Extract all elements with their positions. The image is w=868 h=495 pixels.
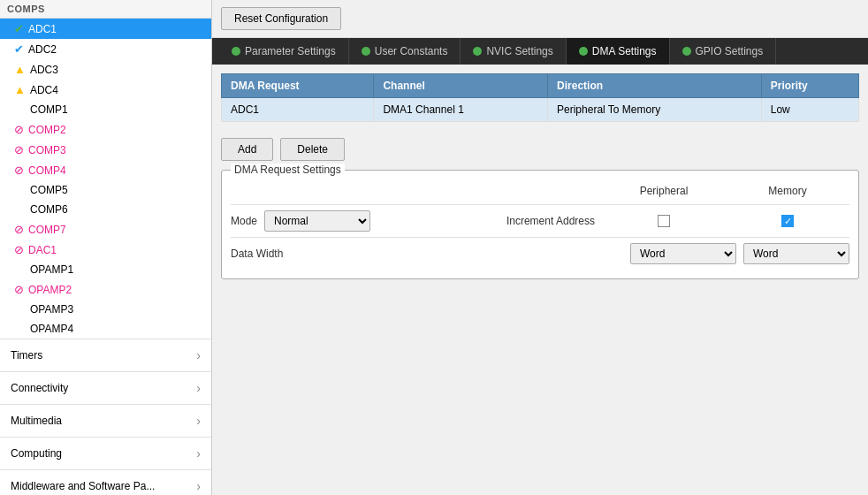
col-header-dma-request: DMA Request bbox=[222, 74, 374, 98]
sidebar-item-label: ADC1 bbox=[28, 23, 57, 35]
sidebar-item-OPAMP2[interactable]: ⊘ OPAMP2 bbox=[0, 279, 211, 300]
sidebar-item-label: COMP2 bbox=[28, 124, 66, 136]
sidebar-item-COMP3[interactable]: ⊘ COMP3 bbox=[0, 140, 211, 160]
sidebar-item-COMP2[interactable]: ⊘ COMP2 bbox=[0, 119, 211, 140]
increment-address-label: Increment Address bbox=[506, 215, 595, 227]
sidebar-item-DAC1[interactable]: ⊘ DAC1 bbox=[0, 240, 211, 260]
tab-bar: Parameter Settings User Constants NVIC S… bbox=[212, 38, 868, 65]
dma-settings-box: DMA Request Settings Peripheral Memory M… bbox=[221, 170, 859, 279]
delete-button[interactable]: Delete bbox=[280, 138, 345, 161]
mode-label: Mode bbox=[231, 215, 257, 227]
tab-icon-dma bbox=[579, 47, 588, 56]
chevron-right-icon: › bbox=[196, 381, 201, 395]
data-width-label: Data Width bbox=[231, 248, 283, 260]
sidebar-item-COMP5[interactable]: COMP5 bbox=[0, 180, 211, 200]
sidebar-item-label: COMP7 bbox=[28, 224, 66, 236]
col-header-priority: Priority bbox=[761, 74, 858, 98]
sidebar-item-COMP6[interactable]: COMP6 bbox=[0, 200, 211, 219]
sidebar-item-ADC4[interactable]: ▲ ADC4 bbox=[0, 80, 211, 100]
connectivity-label: Connectivity bbox=[11, 382, 68, 394]
sidebar-item-label: ADC3 bbox=[30, 64, 58, 76]
tab-gpio-settings[interactable]: GPIO Settings bbox=[670, 38, 777, 65]
peripheral-increment-checkbox[interactable] bbox=[658, 215, 670, 227]
memory-data-width-select[interactable]: Byte Half Word Word bbox=[743, 243, 849, 264]
data-width-row: Data Width Byte Half Word Word Byte Half… bbox=[231, 237, 849, 270]
col-header-direction: Direction bbox=[548, 74, 762, 98]
ban-icon-dac1: ⊘ bbox=[14, 243, 24, 256]
dma-settings-legend: DMA Request Settings bbox=[231, 164, 345, 176]
check-blue-icon: ✔ bbox=[14, 42, 24, 56]
warn-icon-adc3: ▲ bbox=[14, 63, 26, 76]
tab-icon-nvic bbox=[473, 47, 482, 56]
tab-label-dma: DMA Settings bbox=[592, 45, 657, 57]
sidebar-item-COMP1[interactable]: COMP1 bbox=[0, 100, 211, 119]
sidebar-item-label: COMP4 bbox=[28, 164, 66, 177]
bottom-panel: Add Delete DMA Request Settings Peripher… bbox=[212, 131, 868, 495]
sidebar-item-ADC1[interactable]: ✔ ADC1 bbox=[0, 19, 211, 39]
memory-increment-checkbox[interactable]: ✓ bbox=[781, 215, 794, 227]
add-button[interactable]: Add bbox=[221, 138, 273, 161]
chevron-right-icon: › bbox=[196, 446, 201, 461]
sidebar-item-multimedia[interactable]: Multimedia › bbox=[0, 404, 211, 437]
col-header-channel: Channel bbox=[374, 74, 548, 98]
dma-request-table: DMA Request Channel Direction Priority A… bbox=[221, 73, 859, 122]
cell-channel: DMA1 Channel 1 bbox=[374, 98, 548, 122]
tab-nvic-settings[interactable]: NVIC Settings bbox=[461, 38, 566, 65]
ban-icon-comp3: ⊘ bbox=[14, 143, 24, 156]
timers-label: Timers bbox=[11, 349, 42, 362]
reset-configuration-button[interactable]: Reset Configuration bbox=[221, 7, 341, 30]
mode-select[interactable]: Normal Circular bbox=[264, 210, 370, 232]
multimedia-label: Multimedia bbox=[11, 415, 62, 427]
sidebar-item-timers[interactable]: Timers › bbox=[0, 339, 211, 371]
sidebar-item-label: ADC2 bbox=[28, 43, 57, 56]
sidebar-item-OPAMP3[interactable]: OPAMP3 bbox=[0, 300, 211, 319]
sidebar-item-connectivity[interactable]: Connectivity › bbox=[0, 371, 211, 404]
tab-dma-settings[interactable]: DMA Settings bbox=[567, 38, 670, 65]
sidebar-item-label: OPAMP1 bbox=[14, 263, 73, 276]
tab-label-parameter: Parameter Settings bbox=[245, 45, 336, 57]
ban-icon-comp7: ⊘ bbox=[14, 223, 24, 236]
sidebar-item-label: COMP1 bbox=[14, 103, 68, 116]
sidebar-item-label: OPAMP2 bbox=[28, 284, 72, 296]
tab-label-user-constants: User Constants bbox=[375, 45, 448, 57]
sidebar-item-label: ADC4 bbox=[30, 84, 58, 96]
sidebar-item-OPAMP1[interactable]: OPAMP1 bbox=[0, 260, 211, 279]
sidebar-item-COMP4[interactable]: ⊘ COMP4 bbox=[0, 160, 211, 180]
sidebar-item-OPAMP4[interactable]: OPAMP4 bbox=[0, 319, 211, 339]
tab-icon-gpio bbox=[682, 47, 691, 56]
computing-label: Computing bbox=[11, 447, 62, 460]
sidebar-item-ADC2[interactable]: ✔ ADC2 bbox=[0, 39, 211, 59]
ban-icon-opamp2: ⊘ bbox=[14, 283, 24, 296]
comps-section-header: COMPS bbox=[0, 0, 211, 19]
sidebar-item-label: DAC1 bbox=[28, 244, 57, 256]
sidebar-item-COMP7[interactable]: ⊘ COMP7 bbox=[0, 219, 211, 240]
chevron-right-icon: › bbox=[196, 348, 201, 362]
toolbar: Reset Configuration bbox=[212, 0, 868, 38]
peripheral-data-width-select[interactable]: Byte Half Word Word bbox=[630, 243, 736, 264]
tab-parameter-settings[interactable]: Parameter Settings bbox=[219, 38, 349, 65]
memory-column-header: Memory bbox=[726, 185, 849, 197]
chevron-right-icon: › bbox=[196, 414, 201, 428]
tab-label-nvic: NVIC Settings bbox=[486, 45, 552, 57]
warn-icon-adc4: ▲ bbox=[14, 83, 26, 96]
tab-icon-user-constants bbox=[362, 47, 370, 56]
ban-icon-comp2: ⊘ bbox=[14, 123, 24, 136]
tab-icon-parameter bbox=[232, 47, 240, 56]
cell-dma-request: ADC1 bbox=[222, 98, 374, 122]
sidebar-item-middleware[interactable]: Middleware and Software Pa... › bbox=[0, 469, 211, 495]
middleware-label: Middleware and Software Pa... bbox=[11, 480, 155, 492]
chevron-right-icon: › bbox=[196, 479, 201, 493]
tab-label-gpio: GPIO Settings bbox=[696, 45, 764, 57]
sidebar-item-computing[interactable]: Computing › bbox=[0, 437, 211, 469]
mode-row: Mode Normal Circular Increment Address bbox=[231, 204, 849, 237]
sidebar-item-ADC3[interactable]: ▲ ADC3 bbox=[0, 59, 211, 80]
sidebar: COMPS ✔ ADC1 ✔ ADC2 ▲ ADC3 ▲ ADC4 COMP1 … bbox=[0, 0, 212, 495]
tab-user-constants[interactable]: User Constants bbox=[349, 38, 461, 65]
peripheral-column-header: Peripheral bbox=[602, 185, 726, 197]
main-content: Reset Configuration Parameter Settings U… bbox=[212, 0, 868, 495]
sidebar-item-label: OPAMP4 bbox=[14, 323, 73, 335]
table-row[interactable]: ADC1 DMA1 Channel 1 Peripheral To Memory… bbox=[222, 98, 859, 122]
sidebar-item-label: COMP5 bbox=[14, 184, 68, 196]
ban-icon-comp4: ⊘ bbox=[14, 164, 24, 177]
dma-table-area: DMA Request Channel Direction Priority A… bbox=[212, 65, 868, 131]
